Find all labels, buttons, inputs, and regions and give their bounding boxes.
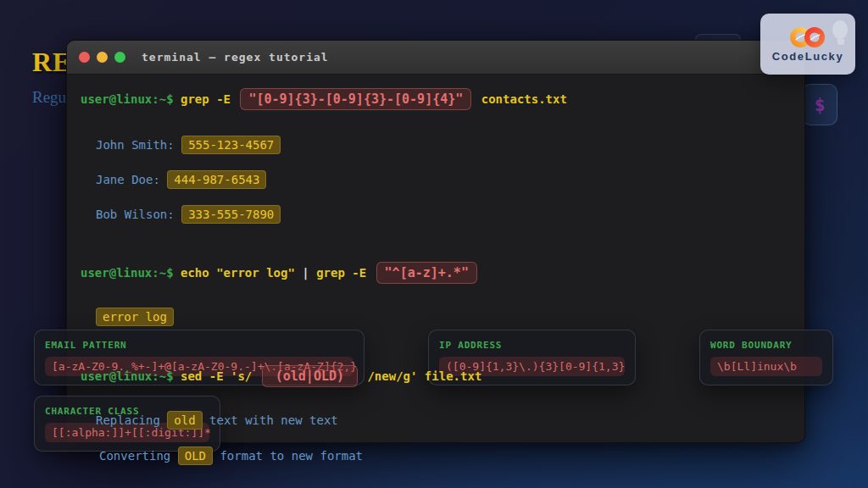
- terminal-line-output: John Smith: 555-123-4567: [96, 133, 281, 157]
- command-text: sed -E 's/: [174, 369, 259, 383]
- terminal-line-sed-command: user@linux:~$ sed -E 's/ (old|OLD) /new/…: [81, 364, 481, 388]
- shell-prompt: user@linux:~$: [81, 266, 174, 280]
- regex-pattern-box: "[0-9]{3}-[0-9]{3}-[0-9]{4}": [240, 88, 471, 110]
- pipe-symbol: |: [302, 266, 309, 280]
- card-title: IP ADDRESS: [439, 340, 625, 351]
- match-highlight: 555-123-4567: [181, 136, 281, 154]
- command-text: grep -E: [309, 266, 374, 280]
- terminal-line-output: Jane Doe: 444-987-6543: [96, 168, 266, 191]
- terminal-line-output: error log: [96, 305, 174, 329]
- match-highlight: error log: [96, 308, 174, 326]
- match-highlight: 333-555-7890: [181, 205, 281, 224]
- card-title: EMAIL PATTERN: [45, 340, 353, 351]
- regex-pattern-box: "^[a-z]+.*": [376, 262, 477, 284]
- card-title: WORD BOUNDARY: [710, 340, 822, 351]
- output-text: Replacing: [96, 413, 167, 427]
- infinity-logo-icon: [787, 26, 828, 48]
- shell-prompt: user@linux:~$: [81, 92, 174, 106]
- command-arg: contacts.txt: [474, 92, 567, 106]
- lightbulb-icon: [832, 20, 849, 49]
- match-highlight: old: [167, 411, 202, 430]
- shell-feature-tile: $: [802, 84, 837, 125]
- command-text: /new/g' file.txt: [360, 369, 481, 383]
- match-highlight: OLD: [178, 446, 213, 465]
- brand-name: CodeLucky: [772, 50, 843, 63]
- terminal-titlebar[interactable]: terminal — regex tutorial: [67, 41, 804, 75]
- maximize-icon[interactable]: [114, 52, 125, 63]
- terminal-line-output: Bob Wilson: 333-555-7890: [96, 202, 281, 226]
- close-icon[interactable]: [79, 52, 90, 63]
- terminal-line-grep-command: user@linux:~$ grep -E "[0-9]{3}-[0-9]{3}…: [81, 87, 567, 111]
- output-label: Jane Doe:: [96, 173, 167, 186]
- terminal-line-output: Replacing old text with new text: [96, 408, 338, 432]
- regex-pattern-box: (old|OLD): [262, 365, 358, 387]
- page-subtitle: Regu: [32, 88, 66, 107]
- output-label: Bob Wilson:: [96, 208, 181, 221]
- match-highlight: 444-987-6543: [167, 170, 266, 189]
- command-text: echo "error log": [174, 266, 303, 280]
- dollar-icon: $: [815, 95, 826, 115]
- terminal-line-output-overflow: Converting OLD format to new format: [99, 444, 363, 468]
- minimize-icon[interactable]: [97, 52, 108, 63]
- output-text: format to new format: [213, 449, 363, 463]
- card-regex: \b[Ll]inux\b: [710, 357, 822, 376]
- shell-prompt: user@linux:~$: [81, 369, 174, 383]
- terminal-line-echo-command: user@linux:~$ echo "error log" | grep -E…: [81, 261, 480, 285]
- output-text: text with new text: [203, 413, 338, 427]
- brand-badge: CodeLucky: [760, 14, 855, 75]
- command-text: grep -E: [174, 92, 238, 106]
- card-word-boundary: WORD BOUNDARY \b[Ll]inux\b: [699, 330, 833, 385]
- output-text: Converting: [99, 449, 178, 463]
- window-title: terminal — regex tutorial: [142, 51, 329, 64]
- output-label: John Smith:: [96, 138, 181, 152]
